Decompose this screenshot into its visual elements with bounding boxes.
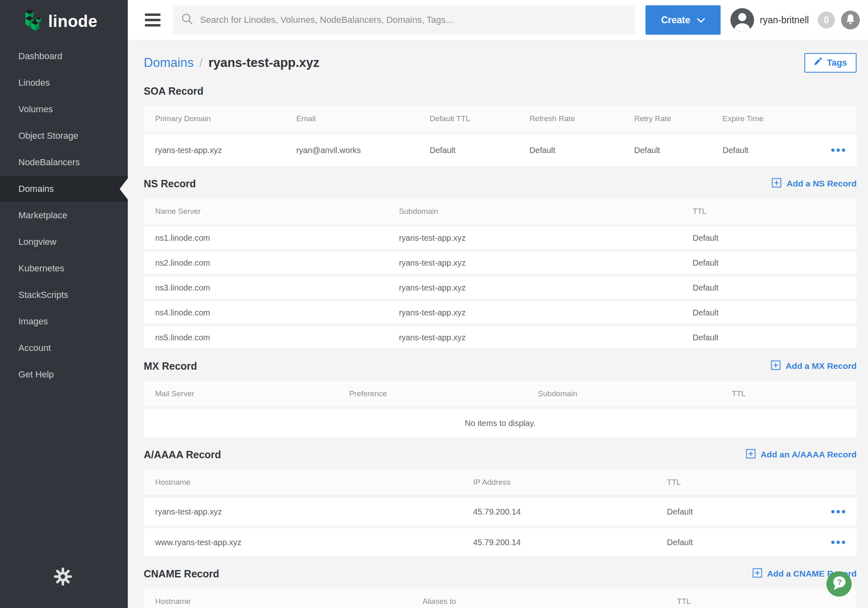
- brand-name: linode: [48, 12, 98, 31]
- add-ns-record-label: Add a NS Record: [786, 179, 857, 189]
- ns-subdomain: ryans-test-app.xyz: [387, 283, 681, 293]
- sidebar: linode Dashboard Linodes Volumes Object …: [0, 0, 128, 608]
- row-actions-menu-icon[interactable]: [830, 145, 846, 155]
- soa-table-header: Primary Domain Email Default TTL Refresh…: [144, 106, 857, 131]
- ns-subdomain: ryans-test-app.xyz: [387, 308, 681, 317]
- tags-button-label: Tags: [827, 58, 847, 68]
- ns-section-title: NS Record: [144, 178, 196, 190]
- ns-section-header: NS Record Add a NS Record: [144, 176, 857, 191]
- column-header: TTL: [656, 478, 807, 487]
- settings-button[interactable]: [49, 564, 76, 591]
- cname-table-header: Hostname Aliases to TTL: [144, 589, 857, 608]
- table-row: www.ryans-test-app.xyz 45.79.200.14 Defa…: [144, 528, 857, 556]
- search-icon: [181, 13, 194, 27]
- sidebar-item-get-help[interactable]: Get Help: [0, 362, 128, 388]
- ns-ttl: Default: [681, 258, 857, 268]
- breadcrumb-domains-link[interactable]: Domains: [144, 55, 194, 70]
- soa-default-ttl: Default: [418, 146, 518, 155]
- global-search: [173, 5, 635, 35]
- sidebar-item-images[interactable]: Images: [0, 308, 128, 335]
- column-header: Refresh Rate: [518, 114, 623, 123]
- create-button[interactable]: Create: [645, 5, 721, 35]
- column-header: IP Address: [462, 478, 656, 487]
- tags-button[interactable]: Tags: [804, 53, 857, 73]
- sidebar-item-account[interactable]: Account: [0, 335, 128, 362]
- ns-name-server: ns5.linode.com: [144, 333, 387, 342]
- table-row: ryans-test-app.xyz 45.79.200.14 Default: [144, 498, 857, 526]
- column-header: TTL: [681, 207, 857, 216]
- sidebar-item-nodebalancers[interactable]: NodeBalancers: [0, 149, 128, 176]
- sidebar-item-longview[interactable]: Longview: [0, 229, 128, 255]
- sidebar-item-dashboard[interactable]: Dashboard: [0, 43, 128, 70]
- a-ip-address: 45.79.200.14: [462, 538, 656, 547]
- table-row: ns2.linode.com ryans-test-app.xyz Defaul…: [144, 252, 857, 274]
- row-actions-menu-icon[interactable]: [830, 537, 846, 547]
- ns-ttl: Default: [681, 283, 857, 293]
- sidebar-item-kubernetes[interactable]: Kubernetes: [0, 255, 128, 282]
- sidebar-nav: Dashboard Linodes Volumes Object Storage…: [0, 43, 128, 388]
- column-header: Default TTL: [418, 114, 518, 123]
- add-a-record-link[interactable]: Add an A/AAAA Record: [746, 449, 857, 461]
- pencil-icon: [814, 58, 822, 68]
- add-mx-record-link[interactable]: Add a MX Record: [771, 360, 857, 372]
- sidebar-item-marketplace[interactable]: Marketplace: [0, 202, 128, 229]
- soa-section-title: SOA Record: [144, 85, 203, 97]
- a-hostname: www.ryans-test-app.xyz: [144, 538, 462, 547]
- menu-toggle-button[interactable]: [145, 13, 160, 27]
- ns-ttl: Default: [681, 233, 857, 243]
- main-content: Domains / ryans-test-app.xyz Tags SOA Re…: [128, 40, 868, 608]
- topbar: Create ryan-britnell 0: [128, 0, 868, 40]
- column-header: Name Server: [144, 207, 387, 216]
- column-header: TTL: [721, 389, 857, 398]
- help-button[interactable]: ?: [826, 571, 852, 597]
- soa-expire-time: Default: [711, 146, 807, 155]
- a-section-title: A/AAAA Record: [144, 449, 221, 461]
- gear-icon: [54, 568, 72, 587]
- a-ip-address: 45.79.200.14: [462, 507, 656, 517]
- column-header: Mail Server: [144, 389, 338, 398]
- username-label[interactable]: ryan-britnell: [760, 15, 809, 26]
- add-mx-record-label: Add a MX Record: [786, 361, 857, 371]
- a-ttl: Default: [656, 507, 807, 517]
- notifications-button[interactable]: [841, 11, 860, 29]
- ns-ttl: Default: [681, 333, 857, 342]
- linode-logo[interactable]: linode: [0, 0, 128, 42]
- sidebar-item-object-storage[interactable]: Object Storage: [0, 123, 128, 149]
- ns-subdomain: ryans-test-app.xyz: [387, 258, 681, 268]
- row-actions-menu-icon[interactable]: [830, 507, 846, 517]
- column-header: Preference: [338, 389, 527, 398]
- mx-section-header: MX Record Add a MX Record: [144, 358, 857, 374]
- mx-section-title: MX Record: [144, 360, 197, 372]
- add-ns-record-link[interactable]: Add a NS Record: [772, 178, 857, 190]
- sidebar-item-domains[interactable]: Domains: [0, 176, 128, 202]
- a-section-header: A/AAAA Record Add an A/AAAA Record: [144, 447, 857, 462]
- ns-name-server: ns2.linode.com: [144, 258, 387, 268]
- notification-count-badge[interactable]: 0: [818, 11, 835, 29]
- column-header: TTL: [665, 597, 857, 606]
- column-header: Expire Time: [711, 114, 807, 123]
- user-avatar[interactable]: [730, 8, 754, 32]
- a-hostname: ryans-test-app.xyz: [144, 507, 462, 517]
- a-ttl: Default: [656, 538, 807, 547]
- ns-name-server: ns1.linode.com: [144, 233, 387, 243]
- search-input[interactable]: [200, 15, 627, 25]
- ns-subdomain: ryans-test-app.xyz: [387, 333, 681, 342]
- soa-primary-domain: ryans-test-app.xyz: [144, 146, 285, 155]
- sidebar-item-volumes[interactable]: Volumes: [0, 96, 128, 123]
- ns-ttl: Default: [681, 308, 857, 317]
- chevron-down-icon: [697, 15, 705, 26]
- column-header: Subdomain: [527, 389, 721, 398]
- column-header: Hostname: [144, 478, 462, 487]
- add-a-record-label: Add an A/AAAA Record: [761, 450, 857, 459]
- svg-text:?: ?: [837, 578, 842, 586]
- breadcrumb: Domains / ryans-test-app.xyz Tags: [144, 53, 857, 73]
- table-row: ns1.linode.com ryans-test-app.xyz Defaul…: [144, 227, 857, 249]
- linode-logo-icon: [23, 9, 42, 33]
- table-row: ns4.linode.com ryans-test-app.xyz Defaul…: [144, 302, 857, 324]
- ns-table-header: Name Server Subdomain TTL: [144, 199, 857, 224]
- sidebar-item-linodes[interactable]: Linodes: [0, 70, 128, 96]
- mx-empty-state: No items to display.: [144, 409, 857, 437]
- soa-refresh-rate: Default: [518, 146, 623, 155]
- sidebar-item-stackscripts[interactable]: StackScripts: [0, 282, 128, 308]
- active-item-notch: [120, 178, 128, 200]
